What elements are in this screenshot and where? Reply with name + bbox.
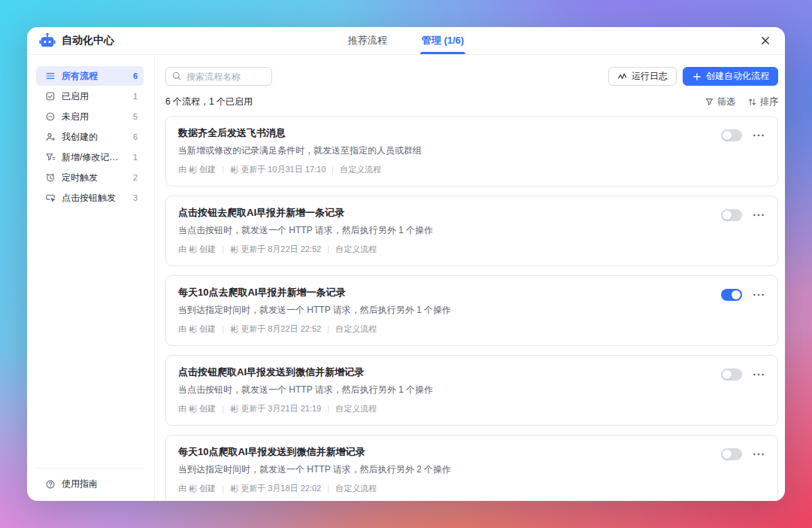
filter-edit-icon [45,152,56,162]
enable-toggle[interactable] [721,289,742,301]
flow-description: 当到达指定时间时，就发送一个 HTTP 请求，然后执行另外 1 个操作 [178,304,709,316]
flow-title: 数据齐全后发送飞书消息 [178,126,709,139]
enable-toggle[interactable] [721,369,742,381]
sidebar-item-label: 定时触发 [62,171,98,184]
flow-description: 当点击按钮时，就发送一个 HTTP 请求，然后执行另外 1 个操作 [178,384,709,396]
flow-title: 点击按钮爬取AI早报发送到微信并新增记录 [178,366,709,378]
flow-card[interactable]: 点击按钮去爬取AI早报并新增一条记录 当点击按钮时，就发送一个 HTTP 请求，… [165,196,778,266]
meta-divider [223,246,223,253]
flow-controls [721,286,765,302]
summary-row: 6 个流程，1 个已启用 筛选 排序 [165,96,778,108]
sidebar-item-count: 6 [133,71,138,80]
flow-type: 自定义流程 [335,323,377,335]
more-button[interactable] [752,288,765,302]
flow-title: 每天10点去爬取AI早报并新增一条记录 [178,286,709,299]
window-title: 自动化中心 [62,34,114,47]
minus-circle-icon [45,111,56,122]
create-automation-button[interactable]: 创建自动化流程 [683,67,778,86]
flow-meta: 由 彬 创建 彬 更新于 8月22日 22:52 自定义流程 [178,244,709,255]
enable-toggle[interactable] [721,129,742,141]
flow-type: 自定义流程 [335,403,377,414]
sidebar-item-count: 2 [133,173,138,182]
sidebar-item-label: 所有流程 [62,70,98,83]
flow-meta: 由 彬 创建 彬 更新于 10月31日 17:10 自定义流程 [178,164,709,175]
flow-type: 自定义流程 [340,164,381,175]
flow-card-content: 数据齐全后发送飞书消息 当新增或修改的记录满足条件时，就发送至指定的人员或群组 … [178,126,709,175]
sidebar-item[interactable]: 我创建的 6 [36,127,144,147]
flow-controls [721,445,765,461]
flow-list: 数据齐全后发送飞书消息 当新增或修改的记录满足条件时，就发送至指定的人员或群组 … [165,116,778,501]
search-icon [171,71,182,81]
sidebar-item-count: 1 [133,92,138,101]
sidebar-footer: 使用指南 [36,468,145,501]
flow-count-summary: 6 个流程，1 个已启用 [165,96,253,108]
sidebar-item-count: 1 [133,153,138,162]
more-button[interactable] [752,208,765,222]
sidebar-item[interactable]: 定时触发 2 [36,168,144,187]
flow-title: 点击按钮去爬取AI早报并新增一条记录 [178,206,709,219]
tab[interactable]: 管理 (1/6) [420,27,465,54]
flow-creator: 由 彬 创建 [178,244,216,255]
sidebar-item[interactable]: 已启用 1 [36,86,144,106]
check-square-icon [45,91,56,102]
flow-description: 当到达指定时间时，就发送一个 HTTP 请求，然后执行另外 2 个操作 [178,463,709,475]
more-button[interactable] [752,368,765,381]
meta-divider [328,485,329,493]
tab-label: 管理 (1/6) [422,34,464,47]
help-icon [45,479,56,490]
flow-creator: 由 彬 创建 [178,323,216,335]
flow-meta: 由 彬 创建 彬 更新于 3月18日 22:02 自定义流程 [178,483,709,494]
enable-toggle[interactable] [721,209,742,221]
meta-divider [328,246,329,253]
flow-creator: 由 彬 创建 [178,164,216,175]
flow-card[interactable]: 每天10点去爬取AI早报并新增一条记录 当到达指定时间时，就发送一个 HTTP … [165,275,778,346]
main-panel: 运行日志 创建自动化流程 6 个流程，1 个已启用 筛选 [155,55,785,501]
more-button[interactable] [752,448,765,461]
pulse-icon [617,71,628,82]
sidebar-item[interactable]: 新增/修改记录时触发 1 [36,147,144,167]
sort-icon [747,97,757,107]
sidebar-item[interactable]: 未启用 5 [36,107,144,126]
plus-icon [692,71,702,82]
more-button[interactable] [752,129,765,142]
flow-card[interactable]: 数据齐全后发送飞书消息 当新增或修改的记录满足条件时，就发送至指定的人员或群组 … [165,116,778,187]
meta-divider [332,166,333,174]
funnel-icon [704,97,714,107]
filter-button[interactable]: 筛选 [704,96,735,108]
clock-icon [45,172,56,183]
window-body: 所有流程 6 已启用 1 未启用 5 [27,55,785,501]
run-log-button[interactable]: 运行日志 [608,67,677,86]
flow-description: 当新增或修改的记录满足条件时，就发送至指定的人员或群组 [178,144,709,156]
flow-updated: 彬 更新于 3月21日 21:19 [230,403,321,414]
sidebar-item[interactable]: 所有流程 6 [36,66,144,86]
flow-updated: 彬 更新于 8月22日 22:52 [230,323,321,335]
flow-card[interactable]: 每天10点爬取AI早报发送到微信并新增记录 当到达指定时间时，就发送一个 HTT… [165,435,778,501]
flow-card-content: 点击按钮去爬取AI早报并新增一条记录 当点击按钮时，就发送一个 HTTP 请求，… [178,206,709,255]
desktop-background: 自动化中心 推荐流程 管理 (1/6) [0,0,812,528]
flow-meta: 由 彬 创建 彬 更新于 3月21日 21:19 自定义流程 [178,403,709,414]
tab[interactable]: 推荐流程 [347,27,389,54]
automation-center-window: 自动化中心 推荐流程 管理 (1/6) [27,27,785,501]
sort-button[interactable]: 排序 [747,96,778,108]
sidebar-item-count: 5 [133,112,138,121]
filter-label: 筛选 [717,96,735,108]
toolbar-actions: 运行日志 创建自动化流程 [608,67,778,86]
sidebar-nav: 所有流程 6 已启用 1 未启用 5 [27,66,154,468]
list-tools: 筛选 排序 [704,96,778,108]
button-click-icon [45,193,56,203]
enable-toggle[interactable] [721,448,742,460]
sidebar-item-count: 6 [133,132,138,141]
usage-guide-label: 使用指南 [62,478,98,490]
flow-title: 每天10点爬取AI早报发送到微信并新增记录 [178,445,709,458]
flow-card[interactable]: 点击按钮爬取AI早报发送到微信并新增记录 当点击按钮时，就发送一个 HTTP 请… [165,355,778,426]
search-box [165,67,272,86]
flow-type: 自定义流程 [335,244,377,255]
flow-type: 自定义流程 [335,483,377,494]
usage-guide-link[interactable]: 使用指南 [45,478,145,490]
sidebar-item-label: 新增/修改记录时触发 [62,151,127,164]
sort-label: 排序 [760,96,778,108]
flow-creator: 由 彬 创建 [178,403,216,414]
flow-card-content: 每天10点去爬取AI早报并新增一条记录 当到达指定时间时，就发送一个 HTTP … [178,286,709,335]
sidebar-item[interactable]: 点击按钮触发 3 [36,188,144,208]
close-button[interactable] [755,30,776,51]
